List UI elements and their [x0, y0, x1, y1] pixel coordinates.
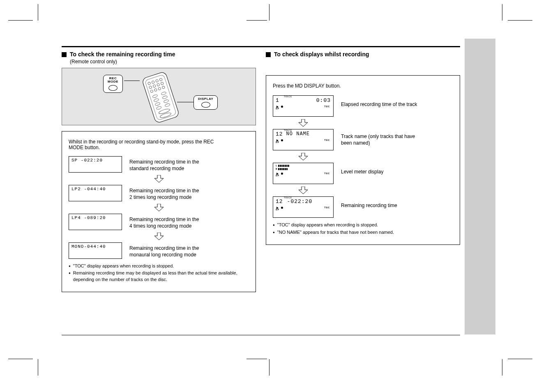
note-item: Remaining recording time may be displaye… — [69, 270, 249, 283]
lcd-track-number: 12 — [276, 198, 283, 205]
sp-indicator: SP — [276, 141, 331, 144]
instruction-line: MODE button. — [69, 145, 249, 150]
lcd-track-number: 12 — [276, 131, 283, 137]
sp-indicator: SP — [276, 208, 331, 211]
lcd-description: Remaining recording time — [341, 202, 453, 209]
crop-mark — [269, 4, 269, 21]
lcd-track-tag: TRACK — [284, 197, 292, 199]
note-item: "TOC" display appears when recording is … — [273, 222, 453, 228]
lcd-description: Level meter display — [341, 168, 453, 175]
lcd-track-tag: TRACK — [284, 96, 292, 98]
lcd-display: LP4 -089:20 — [69, 214, 122, 230]
lcd-text: LP4 -089:20 — [71, 215, 119, 221]
lcd-description: 2 times long recording mode — [129, 194, 249, 201]
arrow-down-icon — [299, 187, 308, 194]
arrow-down-icon — [154, 204, 164, 211]
bottom-rule — [62, 335, 460, 335]
crop-mark — [246, 20, 267, 21]
crop-mark — [508, 359, 532, 359]
toc-indicator: TOC — [324, 206, 330, 209]
lcd-description: Remaining recording time in the — [129, 216, 249, 223]
crop-mark — [269, 359, 269, 376]
right-column: To check displays whilst recording Press… — [266, 51, 460, 292]
instruction-line: Press the MD DISPLAY button. — [273, 83, 453, 89]
lcd-description: Remaining recording time in the — [129, 159, 249, 165]
display-button-callout: DISPLAY — [193, 95, 218, 110]
sp-indicator: SP — [276, 174, 331, 177]
lcd-time: 0:03 — [316, 97, 331, 104]
toc-indicator: TOC — [324, 139, 330, 142]
notes-list: "TOC" display appears when recording is … — [273, 222, 453, 235]
rec-mode-button-callout: REC MODE — [103, 75, 123, 93]
section-title: To check displays whilst recording — [274, 51, 369, 58]
section-heading: To check the remaining recording time (R… — [62, 51, 256, 65]
manual-page: To check the remaining recording time (R… — [0, 0, 555, 392]
lcd-text: LP2 -044:40 — [71, 186, 119, 192]
lcd-text: SP -022:20 — [71, 157, 119, 163]
lcd-display: SP -022:20 — [69, 156, 122, 173]
arrow-down-icon — [154, 175, 164, 182]
svg-rect-0 — [142, 71, 180, 123]
lcd-description: been named) — [341, 140, 453, 146]
crop-mark — [8, 359, 33, 359]
sp-indicator: SP — [276, 107, 331, 110]
left-column: To check the remaining recording time (R… — [62, 51, 256, 292]
display-label: DISPLAY — [198, 97, 213, 101]
notes-list: "TOC" display appears when recording is … — [69, 263, 249, 283]
lcd-description: Remaining recording time in the — [129, 245, 249, 251]
lcd-display: TRACK 12 NO NAME TOC — [273, 129, 334, 150]
rec-mode-label-2: MODE — [108, 80, 118, 83]
section-title: To check the remaining recording time — [70, 51, 175, 58]
lcd-display: LP2 -044:40 — [69, 185, 122, 201]
lcd-track-number: 1 — [276, 97, 279, 104]
crop-mark — [38, 359, 38, 376]
crop-mark — [508, 20, 532, 21]
lcd-track-tag: TRACK — [284, 129, 292, 132]
button-oval-icon — [201, 102, 210, 108]
crop-mark — [502, 4, 502, 21]
top-rule — [62, 46, 460, 47]
sequence-box: Press the MD DISPLAY button. TRACK 1 0:0… — [266, 75, 460, 245]
lcd-description: monaural long recording mode — [129, 251, 249, 258]
instruction-line: Whilst in the recording or recording sta… — [69, 139, 249, 145]
lcd-text: NO NAME — [286, 131, 310, 137]
lcd-description: Remaining recording time in the — [129, 187, 249, 194]
note-item: "NO NAME" appears for tracks that have n… — [273, 229, 453, 235]
crop-mark — [246, 359, 267, 359]
crop-mark — [8, 20, 33, 21]
lcd-display: MONO-044:40 — [69, 242, 122, 259]
section-subtitle: (Remote control only) — [70, 59, 175, 65]
toc-indicator: TOC — [324, 105, 330, 108]
lcd-description: Track name (only tracks that have — [341, 133, 453, 140]
lcd-description: Elapsed recording time of the track — [341, 101, 453, 108]
square-bullet — [266, 52, 271, 57]
toc-indicator: TOC — [324, 172, 330, 175]
arrow-down-icon — [154, 233, 164, 240]
arrow-down-icon — [299, 153, 308, 160]
lcd-text: MONO-044:40 — [71, 244, 119, 249]
square-bullet — [62, 52, 67, 57]
remote-icon — [136, 71, 185, 124]
lcd-display: L — [273, 163, 334, 184]
crop-mark — [38, 4, 38, 21]
crop-mark — [502, 359, 502, 376]
section-heading: To check displays whilst recording — [266, 51, 460, 58]
lcd-display: TRACK 12 -022:20 TOC — [273, 196, 334, 218]
lcd-time: -022:20 — [287, 198, 313, 205]
lcd-description: standard recording mode — [129, 165, 249, 172]
remote-illustration: REC MODE DISPLAY — [62, 68, 256, 125]
sequence-box: Whilst in the recording or recording sta… — [62, 131, 256, 292]
side-tab — [465, 39, 495, 334]
arrow-down-icon — [299, 119, 308, 127]
button-oval-icon — [108, 85, 117, 91]
lcd-display: TRACK 1 0:03 TOC — [273, 95, 334, 117]
note-item: "TOC" display appears when recording is … — [69, 263, 249, 269]
page-content: To check the remaining recording time (R… — [62, 46, 460, 292]
lcd-description: 4 times long recording mode — [129, 223, 249, 229]
